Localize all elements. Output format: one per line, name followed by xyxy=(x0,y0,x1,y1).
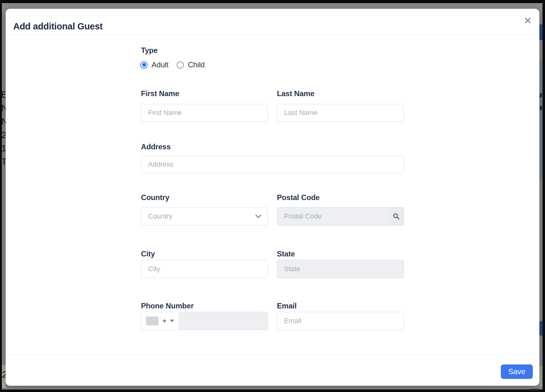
modal-title: Add additional Guest xyxy=(13,21,103,32)
email-label: Email xyxy=(277,302,297,310)
first-name-input[interactable] xyxy=(141,104,268,121)
add-guest-modal: Add additional Guest ✕ Type Adult Child … xyxy=(6,9,539,386)
radio-selected-icon xyxy=(140,61,148,69)
close-button[interactable]: ✕ xyxy=(520,13,535,28)
bg-slate-panel xyxy=(539,59,542,179)
postal-code-search-button[interactable] xyxy=(388,207,404,225)
first-name-label: First Name xyxy=(141,89,179,98)
bg-artifact xyxy=(531,389,539,391)
email-input[interactable] xyxy=(277,312,404,330)
phone-number-label: Phone Number xyxy=(141,302,194,310)
address-label: Address xyxy=(141,142,171,151)
bg-green-row-edge xyxy=(539,366,542,386)
address-input[interactable] xyxy=(141,156,404,173)
search-icon xyxy=(392,213,400,220)
footer-divider xyxy=(6,355,539,355)
phone-number-input[interactable] xyxy=(179,312,268,330)
postal-code-label: Postal Code xyxy=(277,193,320,202)
country-select[interactable]: Country xyxy=(141,207,268,225)
type-label: Type xyxy=(141,46,158,55)
bg-artifact xyxy=(539,93,542,98)
close-icon: ✕ xyxy=(524,16,532,26)
save-button[interactable]: Save xyxy=(501,364,533,379)
bg-navy-button-edge xyxy=(539,321,542,336)
phone-number-field: + xyxy=(141,312,268,330)
chevron-down-icon xyxy=(256,215,261,218)
radio-child-label: Child xyxy=(188,60,205,69)
radio-adult[interactable]: Adult xyxy=(140,60,169,69)
state-label: State xyxy=(277,250,295,258)
last-name-label: Last Name xyxy=(277,89,314,98)
country-flag-icon[interactable] xyxy=(146,317,158,325)
postal-code-input[interactable] xyxy=(277,207,389,225)
state-input xyxy=(277,260,404,278)
city-input[interactable] xyxy=(141,260,268,278)
bg-navy-strip xyxy=(539,24,542,40)
radio-unselected-icon xyxy=(177,61,184,69)
dial-code-prefix: + xyxy=(162,317,167,325)
bg-green-row-edge: 2 xyxy=(2,365,6,388)
bg-artifact xyxy=(540,106,542,111)
country-select-value: Country xyxy=(148,212,172,220)
country-label: Country xyxy=(141,193,169,202)
guest-type-radio-group: Adult Child xyxy=(140,60,205,70)
dial-code-caret-icon[interactable] xyxy=(170,320,174,322)
header-divider xyxy=(6,34,539,35)
city-label: City xyxy=(141,250,155,258)
radio-adult-label: Adult xyxy=(152,60,169,69)
radio-child[interactable]: Child xyxy=(177,60,205,69)
last-name-input[interactable] xyxy=(277,104,404,121)
